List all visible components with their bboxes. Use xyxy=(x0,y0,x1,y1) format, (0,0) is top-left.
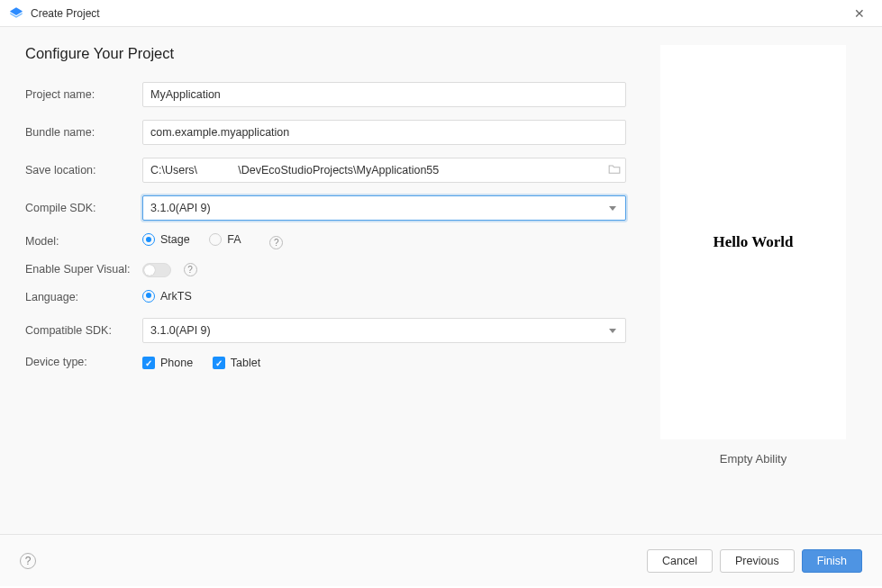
super-visual-help-icon[interactable]: ? xyxy=(184,263,197,276)
device-tablet-checkbox[interactable]: ✓ Tablet xyxy=(213,357,260,369)
chevron-down-icon xyxy=(609,206,616,211)
row-compatible-sdk: Compatible SDK: 3.1.0(API 9) xyxy=(25,318,626,343)
save-location-input[interactable] xyxy=(142,158,626,183)
cancel-button[interactable]: Cancel xyxy=(647,549,713,573)
checkbox-check-icon: ✓ xyxy=(213,357,225,369)
label-model: Model: xyxy=(25,235,142,248)
row-model: Model: Stage FA ? xyxy=(25,233,626,249)
label-project-name: Project name: xyxy=(25,88,142,101)
row-save-location: Save location: xyxy=(25,158,626,183)
preview-caption: Empty Ability xyxy=(720,452,787,466)
chevron-down-icon xyxy=(609,329,616,333)
compile-sdk-select[interactable]: 3.1.0(API 9) xyxy=(142,195,626,221)
preview-column: Hello World Empty Ability xyxy=(650,45,857,534)
label-save-location: Save location: xyxy=(25,164,142,176)
page-heading: Configure Your Project xyxy=(25,45,626,62)
device-phone-label: Phone xyxy=(160,357,193,369)
enable-super-visual-toggle[interactable] xyxy=(142,263,171,277)
model-help-icon[interactable]: ? xyxy=(269,236,283,249)
titlebar: Create Project ✕ xyxy=(0,0,882,27)
preview-text: Hello World xyxy=(714,233,794,251)
row-compile-sdk: Compile SDK: 3.1.0(API 9) xyxy=(25,195,626,221)
label-device-type: Device type: xyxy=(25,356,142,368)
row-bundle-name: Bundle name: xyxy=(25,120,626,145)
checkbox-check-icon: ✓ xyxy=(142,357,155,369)
template-preview: Hello World xyxy=(660,45,846,439)
model-fa-radio[interactable]: FA xyxy=(209,233,241,246)
row-project-name: Project name: xyxy=(25,82,626,107)
label-compile-sdk: Compile SDK: xyxy=(25,202,142,214)
row-language: Language: ArkTS xyxy=(25,290,626,305)
bundle-name-input[interactable] xyxy=(142,120,626,145)
label-compatible-sdk: Compatible SDK: xyxy=(25,324,142,337)
language-arkts-radio[interactable]: ArkTS xyxy=(142,290,192,303)
compile-sdk-value: 3.1.0(API 9) xyxy=(150,202,211,214)
toggle-knob-icon xyxy=(144,265,155,276)
radio-circle-icon xyxy=(142,290,155,303)
footer: ? Cancel Previous Finish xyxy=(0,534,882,586)
model-stage-label: Stage xyxy=(160,233,190,246)
device-tablet-label: Tablet xyxy=(231,357,260,369)
language-arkts-label: ArkTS xyxy=(160,290,192,303)
browse-folder-icon[interactable] xyxy=(608,164,621,177)
row-device-type: Device type: ✓ Phone ✓ Tablet xyxy=(25,356,626,370)
compatible-sdk-value: 3.1.0(API 9) xyxy=(150,324,211,337)
row-enable-super-visual: Enable Super Visual: ? xyxy=(25,262,626,277)
project-name-input[interactable] xyxy=(142,82,626,107)
compatible-sdk-select[interactable]: 3.1.0(API 9) xyxy=(142,318,626,343)
content-area: Configure Your Project Project name: Bun… xyxy=(0,27,882,534)
finish-button[interactable]: Finish xyxy=(802,549,862,573)
app-logo-icon xyxy=(9,6,23,21)
model-stage-radio[interactable]: Stage xyxy=(142,233,190,246)
radio-circle-icon xyxy=(209,233,222,246)
close-button[interactable]: ✕ xyxy=(846,6,873,21)
device-phone-checkbox[interactable]: ✓ Phone xyxy=(142,357,193,369)
label-enable-super-visual: Enable Super Visual: xyxy=(25,263,142,276)
form-column: Configure Your Project Project name: Bun… xyxy=(25,45,626,534)
label-language: Language: xyxy=(25,291,142,303)
label-bundle-name: Bundle name: xyxy=(25,126,142,139)
model-fa-label: FA xyxy=(227,233,241,246)
window-title: Create Project xyxy=(31,7,846,20)
previous-button[interactable]: Previous xyxy=(720,549,795,573)
footer-help-icon[interactable]: ? xyxy=(20,553,36,569)
radio-circle-icon xyxy=(142,233,155,246)
